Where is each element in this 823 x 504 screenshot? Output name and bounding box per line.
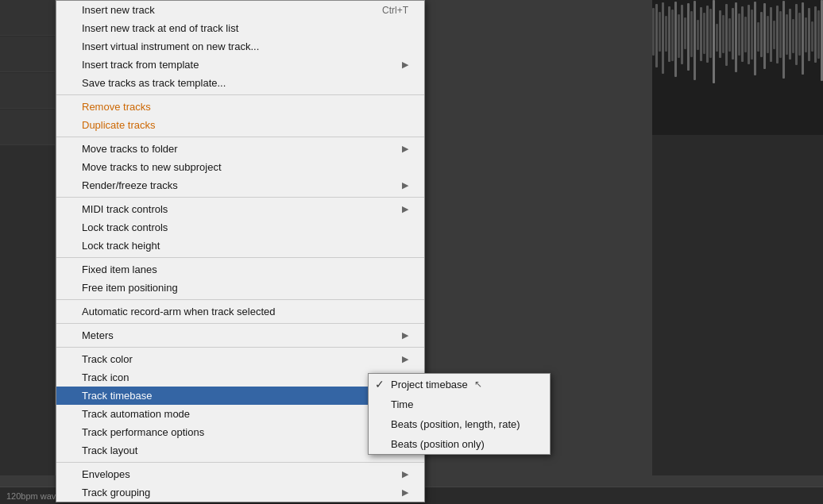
svg-rect-7 (668, 6, 670, 62)
svg-rect-13 (687, 3, 690, 71)
svg-rect-6 (665, 16, 667, 52)
menu-item-auto-record-arm-label: Automatic record-arm when track selected (82, 306, 408, 317)
svg-rect-40 (773, 21, 775, 49)
svg-rect-53 (814, 6, 817, 63)
menu-item-track-color[interactable]: Track color ▶ (56, 350, 424, 368)
menu-item-insert-from-template-label: Insert track from template (82, 59, 402, 71)
menu-item-midi-track-controls[interactable]: MIDI track controls ▶ (56, 200, 424, 218)
menu-item-render-freeze[interactable]: Render/freeze tracks ▶ (56, 176, 424, 194)
svg-rect-33 (751, 10, 753, 60)
submenu-item-project-timebase-label: Project timebase (391, 379, 468, 391)
svg-rect-35 (757, 22, 759, 52)
svg-rect-21 (713, 0, 715, 83)
svg-rect-2 (652, 8, 655, 56)
svg-rect-29 (738, 13, 740, 56)
svg-rect-36 (760, 12, 763, 57)
menu-item-track-grouping[interactable]: Track grouping ▶ (56, 483, 424, 502)
submenu-arrow-render-freeze: ▶ (402, 180, 408, 190)
svg-rect-28 (735, 2, 737, 72)
menu-item-remove-tracks[interactable]: Remove tracks (56, 98, 424, 116)
menu-item-track-automation-mode-label: Track automation mode (82, 408, 402, 420)
menu-item-insert-new-track[interactable]: Insert new track Ctrl+T (56, 1, 424, 19)
track-3 (0, 73, 55, 109)
menu-item-insert-virtual-instrument[interactable]: Insert virtual instrument on new track..… (56, 37, 424, 56)
svg-rect-18 (703, 13, 705, 54)
menu-item-move-to-subproject[interactable]: Move tracks to new subproject (56, 158, 424, 176)
svg-rect-25 (725, 4, 728, 66)
menu-item-auto-record-arm[interactable]: Automatic record-arm when track selected (56, 302, 424, 321)
submenu-arrow-meters: ▶ (402, 330, 408, 340)
menu-item-insert-virtual-instrument-label: Insert virtual instrument on new track..… (82, 40, 408, 52)
menu-item-remove-tracks-label: Remove tracks (82, 101, 408, 113)
menu-item-duplicate-tracks[interactable]: Duplicate tracks (56, 116, 424, 134)
menu-item-move-to-folder[interactable]: Move tracks to folder ▶ (56, 140, 424, 158)
menu-item-free-item-positioning[interactable]: Free item positioning (56, 279, 424, 297)
track-list (0, 0, 56, 504)
svg-rect-15 (694, 1, 696, 80)
svg-rect-34 (754, 2, 756, 75)
menu-item-insert-from-template[interactable]: Insert track from template ▶ (56, 56, 424, 74)
separator-3 (56, 197, 424, 198)
svg-rect-30 (741, 6, 744, 62)
svg-rect-42 (779, 11, 782, 58)
track-4 (0, 110, 55, 145)
svg-rect-54 (817, 10, 820, 59)
separator-5 (56, 299, 424, 300)
menu-item-free-item-positioning-label: Free item positioning (82, 282, 408, 294)
check-project-timebase: ✓ (375, 378, 391, 391)
menu-item-insert-track-end-label: Insert new track at end of track list (82, 22, 408, 34)
submenu-arrow-insert-from-template: ▶ (402, 60, 408, 70)
menu-item-lock-track-controls-label: Lock track controls (82, 221, 408, 233)
track-1 (0, 0, 55, 36)
svg-rect-39 (770, 7, 772, 62)
track-timebase-submenu: ✓ Project timebase ↖ Time Beats (positio… (368, 373, 551, 455)
menu-item-fixed-item-lanes[interactable]: Fixed item lanes (56, 260, 424, 279)
submenu-arrow-midi-track-controls: ▶ (402, 204, 408, 214)
menu-item-track-performance-options-label: Track performance options (82, 426, 402, 438)
svg-rect-32 (748, 5, 750, 64)
menu-item-lock-track-height[interactable]: Lock track height (56, 237, 424, 255)
menu-item-track-color-label: Track color (82, 353, 402, 365)
submenu-item-time[interactable]: Time (369, 394, 550, 414)
menu-item-lock-track-height-label: Lock track height (82, 240, 408, 252)
svg-rect-20 (709, 9, 712, 58)
svg-rect-10 (678, 14, 680, 58)
menu-item-envelopes[interactable]: Envelopes ▶ (56, 465, 424, 483)
separator-2 (56, 137, 424, 137)
menu-item-move-to-subproject-label: Move tracks to new subproject (82, 161, 408, 173)
menu-item-fixed-item-lanes-label: Fixed item lanes (82, 264, 408, 275)
submenu-arrow-track-color: ▶ (402, 354, 408, 364)
svg-rect-11 (681, 5, 683, 64)
shortcut-insert-new-track: Ctrl+T (382, 5, 408, 16)
svg-rect-23 (719, 10, 721, 58)
svg-rect-31 (744, 17, 747, 52)
menu-item-render-freeze-label: Render/freeze tracks (82, 179, 402, 191)
svg-rect-27 (732, 8, 734, 60)
svg-rect-12 (684, 17, 686, 49)
svg-rect-3 (655, 4, 658, 67)
submenu-item-beats-position-length-rate[interactable]: Beats (position, length, rate) (369, 414, 550, 434)
waveform-area (652, 0, 823, 504)
track-2 (0, 37, 55, 72)
submenu-item-beats-position-only[interactable]: Beats (position only) (369, 434, 550, 454)
svg-rect-26 (728, 18, 731, 52)
svg-rect-14 (690, 11, 693, 57)
separator-7 (56, 347, 424, 348)
menu-item-insert-track-end[interactable]: Insert new track at end of track list (56, 19, 424, 37)
menu-item-track-layout-label: Track layout (82, 444, 402, 456)
separator-6 (56, 323, 424, 324)
menu-item-meters[interactable]: Meters ▶ (56, 326, 424, 344)
menu-item-duplicate-tracks-label: Duplicate tracks (82, 119, 408, 131)
submenu-item-project-timebase[interactable]: ✓ Project timebase ↖ (369, 374, 550, 394)
svg-rect-52 (811, 21, 813, 52)
menu-item-lock-track-controls[interactable]: Lock track controls (56, 218, 424, 237)
svg-rect-38 (767, 16, 769, 53)
menu-item-save-as-template[interactable]: Save tracks as track template... (56, 74, 424, 92)
svg-rect-8 (671, 10, 674, 61)
svg-rect-44 (786, 14, 788, 55)
svg-rect-51 (808, 8, 810, 61)
submenu-item-beats-po-label: Beats (position only) (391, 438, 485, 450)
submenu-item-time-label: Time (391, 398, 413, 410)
svg-rect-37 (763, 3, 766, 69)
svg-rect-46 (792, 19, 794, 53)
